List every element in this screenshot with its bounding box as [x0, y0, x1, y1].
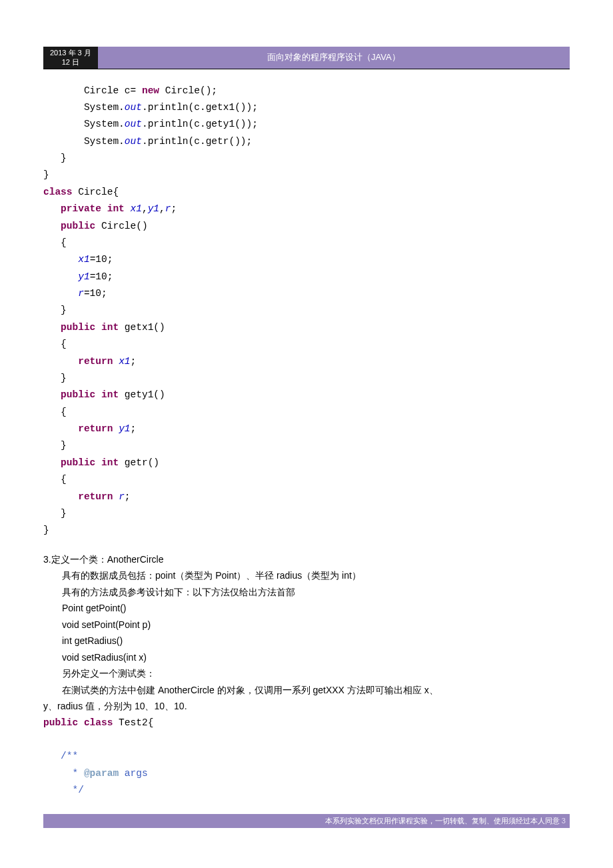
date-line1: 2013 年 3 月 — [50, 48, 91, 57]
p8: 另外定义一个测试类： — [43, 665, 570, 682]
code-block-1: Circle c= new Circle(); System.out.print… — [43, 83, 570, 539]
doc-title: 面向对象的程序程序设计（JAVA） — [267, 51, 400, 63]
page-header: 2013 年 3 月 12 日 面向对象的程序程序设计（JAVA） — [43, 47, 570, 69]
p9b: y、radius 值，分别为 10、10、10. — [43, 698, 570, 715]
p4: Point getPoint() — [43, 600, 570, 617]
p9a: 在测试类的方法中创建 AnotherCircle 的对象，仅调用一系列 getX… — [43, 682, 570, 699]
p7: void setRadius(int x) — [43, 649, 570, 666]
date-line2: 12 日 — [50, 57, 91, 67]
page-footer: 本系列实验文档仅用作课程实验，一切转载、复制、使用须经过本人同意 3 — [43, 814, 570, 828]
title-bar: 面向对象的程序程序设计（JAVA） — [98, 47, 570, 69]
p3: 具有的方法成员参考设计如下：以下方法仅给出方法首部 — [43, 584, 570, 601]
date-box: 2013 年 3 月 12 日 — [43, 47, 98, 69]
problem-description: 3.定义一个类：AnotherCircle 具有的数据成员包括：point（类型… — [43, 551, 570, 715]
code-block-2: public class Test2{ /** * @param args */ — [43, 715, 570, 799]
p6: int getRadius() — [43, 633, 570, 649]
footer-text: 本系列实验文档仅用作课程实验，一切转载、复制、使用须经过本人同意 — [325, 817, 560, 825]
p1: 3.定义一个类：AnotherCircle — [43, 551, 570, 568]
page-number: 3 — [560, 817, 566, 825]
p5: void setPoint(Point p) — [43, 617, 570, 633]
p2: 具有的数据成员包括：point（类型为 Point）、半径 radius（类型为… — [43, 567, 570, 584]
